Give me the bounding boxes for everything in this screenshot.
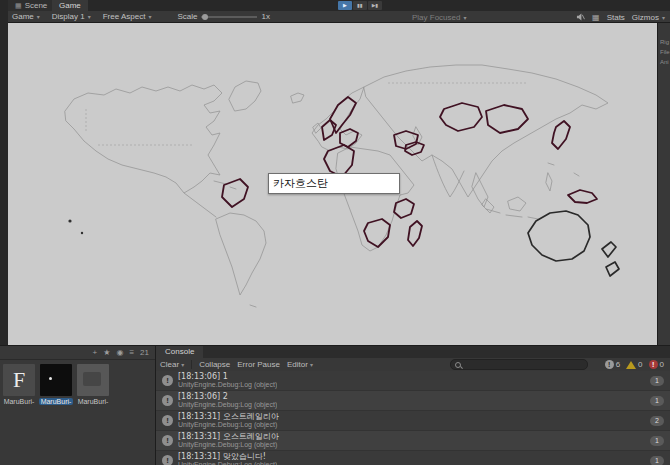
country-answer-box	[268, 173, 400, 194]
texture-asset-thumbnail[interactable]	[40, 364, 72, 396]
log-message: [18:13:06] 1	[178, 372, 277, 381]
tab-scene-label: Scene	[25, 1, 48, 10]
visibility-eye-icon[interactable]: ◉	[116, 348, 123, 357]
inspector-clipped-label: Ani	[658, 57, 670, 67]
log-message: [18:13:06] 2	[178, 392, 277, 401]
log-message-icon: !	[162, 375, 173, 386]
asset-label-selected: MaruBuri-	[39, 398, 74, 405]
console-counts: ! 6 0 ! 0	[605, 360, 664, 369]
scale-slider-knob[interactable]	[202, 14, 208, 20]
game-toolbar-right: ▦ Stats Gizmos ▾	[576, 11, 665, 23]
warning-icon	[626, 361, 636, 369]
tab-console[interactable]: Console	[156, 346, 203, 358]
error-count: 0	[660, 360, 664, 369]
display-label: Display 1	[52, 12, 85, 21]
stats-toggle[interactable]: Stats	[607, 13, 625, 22]
country-answer-input[interactable]	[269, 174, 399, 193]
chevron-down-icon: ▾	[148, 13, 151, 20]
editor-label: Editor	[287, 360, 308, 369]
scale-value: 1x	[261, 12, 269, 21]
tab-scene[interactable]: ▦Scene	[8, 0, 54, 11]
log-entry[interactable]: ! [18:13:31] 오스트레일리아 UnityEngine.Debug:L…	[156, 411, 670, 431]
log-icon: !	[605, 360, 614, 369]
log-entry[interactable]: ! [18:13:31] 맞았습니다! UnityEngine.Debug:Lo…	[156, 451, 670, 465]
chevron-down-icon: ▾	[88, 13, 91, 20]
log-entry[interactable]: ! [18:13:31] 오스트레일리아 UnityEngine.Debug:L…	[156, 431, 670, 451]
asset-item-selected[interactable]: MaruBuri-	[39, 364, 73, 405]
chevron-down-icon: ▾	[37, 13, 40, 20]
gizmos-dropdown[interactable]: Gizmos ▾	[632, 13, 665, 22]
font-asset-thumbnail[interactable]: F	[3, 364, 35, 396]
play-focused-dropdown[interactable]: Play Focused ▾	[412, 11, 466, 23]
step-button[interactable]: ▶▮	[368, 1, 382, 10]
search-icon	[455, 362, 461, 368]
display-dropdown[interactable]: Display 1 ▾	[52, 12, 91, 21]
clear-button[interactable]: Clear ▾	[160, 360, 184, 369]
log-message: [18:13:31] 오스트레일리아	[178, 432, 279, 441]
game-viewport[interactable]	[8, 23, 657, 345]
transport-controls: ▶ ▮▮ ▶▮	[338, 1, 382, 10]
log-count-toggle[interactable]: ! 6	[605, 360, 620, 369]
collapse-count-badge: 1	[650, 456, 664, 465]
favorites-star-icon[interactable]: ★	[103, 348, 110, 357]
divider	[191, 360, 192, 369]
vsync-grid-icon[interactable]: ▦	[592, 13, 600, 22]
warning-count: 0	[638, 360, 642, 369]
chevron-down-icon: ▾	[662, 14, 665, 21]
tab-game[interactable]: Game	[52, 0, 88, 11]
scale-label: Scale	[177, 12, 197, 21]
console-panel: Console Clear ▾ Collapse Error Pause Edi…	[155, 345, 670, 465]
clear-label: Clear	[160, 360, 179, 369]
aspect-label: Free Aspect	[103, 12, 146, 21]
log-stacktrace: UnityEngine.Debug:Log (object)	[178, 441, 279, 449]
item-count-label: 21	[140, 348, 149, 357]
game-view-toolbar: Game ▾ Display 1 ▾ Free Aspect ▾ Scale 1…	[8, 11, 670, 23]
log-count: 6	[616, 360, 620, 369]
console-search-field	[450, 359, 588, 370]
material-asset-thumbnail[interactable]	[77, 364, 109, 396]
play-focused-label: Play Focused	[412, 13, 460, 22]
aspect-dropdown[interactable]: Free Aspect ▾	[103, 12, 152, 21]
log-stacktrace: UnityEngine.Debug:Log (object)	[178, 421, 279, 429]
inspector-clipped-label: Rig	[658, 37, 670, 47]
collapse-count-badge: 2	[650, 416, 664, 426]
log-entry[interactable]: ! [18:13:06] 1 UnityEngine.Debug:Log (ob…	[156, 371, 670, 391]
log-message: [18:13:31] 맞았습니다!	[178, 452, 277, 461]
unity-editor-window: ▣ ▦Scene Game ▶ ▮▮ ▶▮ Game ▾ Display 1 ▾…	[0, 0, 670, 465]
collapse-toggle[interactable]: Collapse	[199, 360, 230, 369]
asset-item[interactable]: MaruBuri-	[76, 364, 110, 405]
log-message-icon: !	[162, 415, 173, 426]
error-pause-toggle[interactable]: Error Pause	[237, 360, 280, 369]
inspector-panel-edge[interactable]: Rig File Ani	[657, 23, 670, 345]
game-menu-dropdown[interactable]: Game ▾	[12, 12, 40, 21]
console-log-list: ! [18:13:06] 1 UnityEngine.Debug:Log (ob…	[156, 371, 670, 465]
chevron-down-icon: ▾	[310, 361, 313, 368]
play-button[interactable]: ▶	[338, 1, 352, 10]
collapse-count-badge: 1	[650, 396, 664, 406]
menu-icon[interactable]: ≡	[129, 348, 134, 357]
gizmos-label: Gizmos	[632, 13, 659, 22]
create-plus-icon[interactable]: +	[93, 348, 98, 357]
console-toolbar: Clear ▾ Collapse Error Pause Editor ▾ ! …	[156, 358, 670, 372]
project-panel: + ★ ◉ ≡ 21 F MaruBuri- MaruBuri- MaruBur…	[0, 345, 155, 465]
editor-dropdown[interactable]: Editor ▾	[287, 360, 313, 369]
chevron-down-icon: ▾	[463, 14, 466, 21]
log-entry[interactable]: ! [18:13:06] 2 UnityEngine.Debug:Log (ob…	[156, 391, 670, 411]
project-toolbar: + ★ ◉ ≡ 21	[0, 346, 155, 360]
error-count-toggle[interactable]: ! 0	[649, 360, 664, 369]
mute-speaker-icon[interactable]	[576, 13, 585, 21]
pause-button[interactable]: ▮▮	[353, 1, 367, 10]
log-message-icon: !	[162, 395, 173, 406]
collapse-count-badge: 1	[650, 376, 664, 386]
game-menu-label: Game	[12, 12, 34, 21]
asset-item-font[interactable]: F MaruBuri-	[2, 364, 36, 405]
inspector-clipped-label: File	[658, 47, 670, 57]
collapse-count-badge: 1	[650, 436, 664, 446]
log-stacktrace: UnityEngine.Debug:Log (object)	[178, 401, 277, 409]
log-stacktrace: UnityEngine.Debug:Log (object)	[178, 461, 277, 465]
warning-count-toggle[interactable]: 0	[626, 360, 642, 369]
error-icon: !	[649, 360, 658, 369]
console-tab-bar: Console	[156, 346, 670, 358]
console-search-input[interactable]	[464, 360, 583, 369]
scale-slider[interactable]	[201, 16, 257, 18]
